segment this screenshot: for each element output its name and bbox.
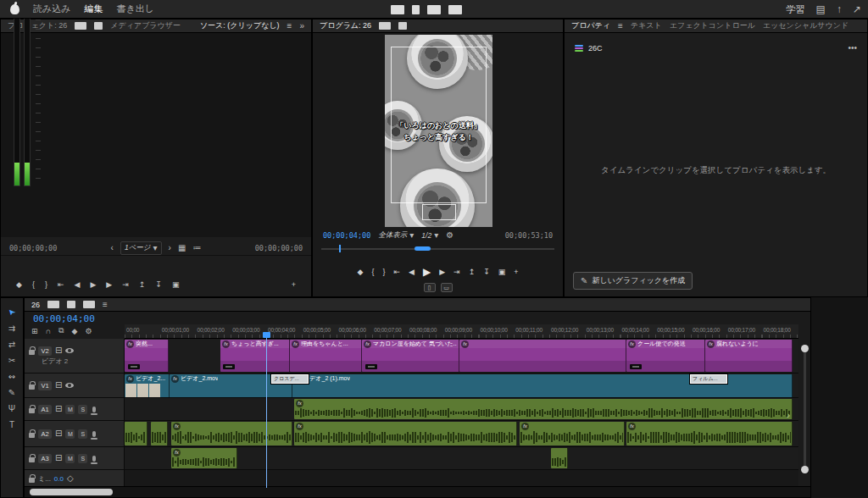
track-lane-a3[interactable]: fx (125, 447, 798, 469)
page-select[interactable]: 1ページ ▾ (120, 241, 162, 255)
voiceover-mic-icon[interactable] (92, 431, 96, 437)
sync-lock-icon[interactable]: ⊟ (55, 454, 62, 462)
track-target-button[interactable]: V2 (38, 346, 52, 356)
step-forward-button[interactable]: ▶ (439, 268, 445, 276)
mode-tab-export[interactable]: 書き出し (117, 3, 155, 15)
workspaces-icon[interactable]: ▤ (816, 4, 826, 14)
list-view-icon[interactable]: ≔ (192, 244, 201, 252)
audio-clip[interactable] (151, 422, 168, 445)
timeline-ruler[interactable]: 00;0000;00;01;0000;00;02;0000;00;03;0000… (125, 324, 798, 339)
tab-essential-sound[interactable]: エッセンシャルサウンド (763, 20, 849, 31)
mode-tab-edit[interactable]: 編集 (85, 3, 103, 15)
create-graphic-button[interactable]: ✎ 新しいグラフィックを作成 (573, 272, 693, 290)
add-marker-button[interactable]: ◆ (358, 268, 364, 276)
horizontal-scrollbar-track[interactable] (25, 486, 810, 497)
tab-effect-controls[interactable]: エフェクトコントロール (670, 20, 755, 31)
go-to-out-button[interactable]: ⇥ (453, 268, 460, 276)
playback-resolution-select[interactable]: 1/2 ▾ (421, 231, 438, 240)
track-target-button[interactable]: V1 (38, 381, 52, 390)
solo-button[interactable]: S (78, 405, 87, 414)
pen-tool-button[interactable]: ✎ (5, 389, 19, 397)
mark-out-button[interactable]: } (382, 268, 385, 276)
panel-menu-icon[interactable]: ≡ (618, 22, 623, 30)
play-button[interactable]: ▶ (423, 266, 431, 278)
mix-volume-value[interactable]: 0.0 (54, 475, 64, 483)
chevron-right-icon[interactable]: › (169, 244, 171, 252)
horizontal-scrollbar-thumb[interactable] (30, 489, 113, 495)
ripple-edit-tool-button[interactable]: ⇄ (5, 340, 19, 349)
audio-clip[interactable] (551, 448, 568, 468)
razor-tool-button[interactable]: ✂ (5, 357, 19, 365)
source-current-timecode[interactable]: 00;00;00;00 (9, 244, 57, 252)
add-marker-button[interactable]: ◆ (71, 327, 77, 335)
track-target-button[interactable]: A2 (38, 429, 52, 439)
multi-view-button[interactable]: ▭ (441, 283, 453, 292)
snap-button[interactable]: ∩ (46, 327, 51, 335)
program-current-timecode[interactable]: 00;00;04;00 (323, 231, 370, 240)
scrub-track[interactable] (321, 248, 554, 250)
sync-lock-icon[interactable]: ⊟ (55, 429, 62, 438)
chevron-left-icon[interactable]: ‹ (111, 244, 114, 252)
hand-tool-button[interactable]: Ψ (5, 405, 19, 413)
track-target-button[interactable]: A1 (38, 405, 52, 414)
track-output-eye-icon[interactable] (65, 348, 74, 353)
apple-menu-icon[interactable] (10, 4, 19, 14)
comparison-view-button[interactable]: ▯ (424, 283, 436, 292)
mark-out-button[interactable]: } (45, 280, 47, 289)
play-button[interactable]: ▶ (90, 280, 96, 289)
tab-program[interactable]: プログラム: 26 (320, 20, 371, 31)
go-to-out-button[interactable]: ⇥ (122, 280, 129, 289)
voiceover-mic-icon[interactable] (92, 407, 96, 412)
timeline-settings-button[interactable]: ⚙ (85, 327, 92, 335)
learn-button[interactable]: 学習 (787, 3, 805, 16)
audio-clip[interactable]: fx (171, 422, 292, 445)
lock-icon[interactable] (29, 457, 35, 462)
vertical-zoom-handle[interactable] (801, 345, 809, 352)
lock-icon[interactable] (29, 408, 35, 413)
lock-icon[interactable] (29, 350, 35, 355)
track-target-button[interactable]: A3 (38, 454, 52, 463)
go-to-in-button[interactable]: ⇤ (393, 268, 400, 276)
settings-wrench-icon[interactable]: ⚙ (446, 231, 453, 240)
tab-text[interactable]: テキスト (631, 20, 662, 31)
step-back-button[interactable]: ◀ (75, 280, 81, 289)
track-lane-a2[interactable]: fxfxfxfx (125, 421, 798, 446)
graphic-clip[interactable]: fx理由をちゃんと... (290, 340, 362, 372)
track-lane-v2[interactable]: fx突然...fxちょっと高すぎ...fx理由をちゃんと...fxマカロン屋を始… (125, 339, 798, 373)
mute-button[interactable]: M (65, 429, 75, 439)
step-forward-button[interactable]: ▶ (106, 280, 112, 289)
lock-icon[interactable] (29, 433, 35, 438)
mute-button[interactable]: M (65, 454, 75, 463)
solo-button[interactable]: S (78, 454, 87, 463)
tab-sequence[interactable]: 26 (31, 301, 40, 309)
tab-properties[interactable]: プロパティ (571, 20, 610, 31)
audio-clip[interactable] (125, 422, 147, 445)
panel-menu-icon[interactable]: ≡ (287, 22, 292, 30)
redacted-workspace-label[interactable] (427, 5, 441, 14)
type-tool-button[interactable]: T (5, 421, 19, 429)
go-to-in-button[interactable]: ⇤ (58, 280, 64, 289)
mute-button[interactable]: M (65, 405, 75, 414)
track-output-eye-icon[interactable] (65, 383, 74, 388)
zoom-scrollbar-thumb[interactable] (415, 246, 431, 251)
redacted-workspace-label[interactable] (391, 5, 404, 14)
voiceover-mic-icon[interactable] (92, 456, 96, 462)
linked-selection-button[interactable]: ⧉ (58, 326, 64, 335)
button-editor-button[interactable]: + (292, 280, 296, 289)
extract-button[interactable]: ↧ (483, 268, 490, 276)
timeline-current-timecode[interactable]: 00;00;04;00 (33, 313, 95, 324)
track-select-tool-button[interactable]: ⇉ (5, 324, 19, 333)
more-options-icon[interactable]: ••• (848, 44, 857, 53)
tab-source[interactable]: ソース: (クリップなし) (200, 20, 280, 31)
track-lane-mix[interactable] (125, 470, 798, 487)
transition-clip[interactable]: クロスデ... (271, 374, 309, 384)
maximize-icon[interactable]: ↗ (853, 4, 861, 14)
add-marker-button[interactable]: ◆ (16, 280, 22, 289)
quick-export-icon[interactable]: ↑ (837, 4, 842, 14)
mark-in-button[interactable]: { (371, 268, 374, 276)
grid-view-icon[interactable]: ▦ (178, 244, 186, 252)
lock-icon[interactable] (29, 478, 35, 483)
transition-clip[interactable]: フィルム... (690, 374, 727, 384)
panel-menu-icon[interactable]: ≡ (103, 301, 108, 309)
tab-overflow-icon[interactable]: » (299, 22, 304, 30)
